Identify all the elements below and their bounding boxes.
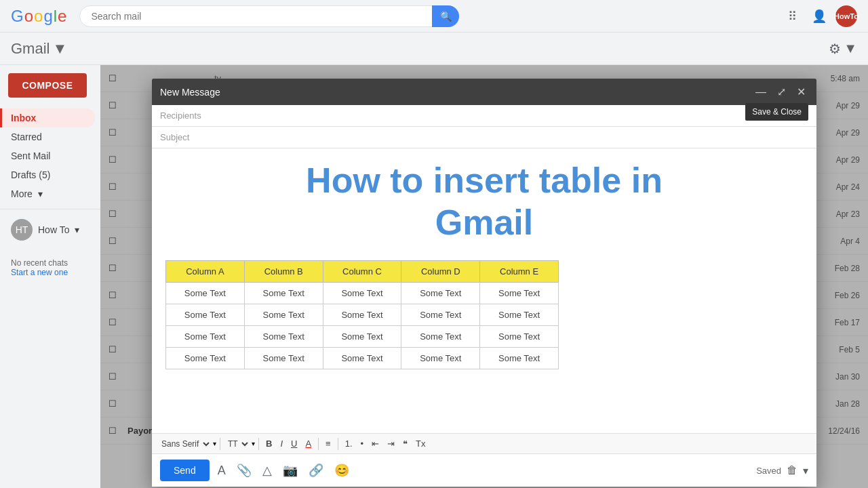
close-modal-button[interactable]: ✕ [794, 84, 808, 100]
photo-icon[interactable]: 📷 [280, 460, 300, 481]
restore-button[interactable]: ⤢ [774, 84, 789, 100]
recipients-field [152, 105, 816, 127]
table-cell: Some Text [166, 325, 245, 347]
table-container: Column A Column B Column C Column D Colu… [165, 260, 803, 369]
table-cell: Some Text [166, 304, 245, 325]
search-input[interactable] [79, 5, 459, 27]
modal-body[interactable]: How to insert table inGmail Column A Col… [152, 148, 816, 433]
recipients-input[interactable] [160, 110, 808, 121]
top-right-actions: ⠿ 👤 HowTo [781, 5, 857, 27]
table-cell: Some Text [480, 304, 559, 325]
gmail-text: Gmail [11, 40, 50, 58]
sidebar-item-more[interactable]: More ▾ [0, 184, 95, 203]
search-icon: 🔍 [440, 11, 452, 22]
table-cell: Some Text [244, 282, 323, 304]
emoji-icon[interactable]: 😊 [332, 460, 352, 481]
sent-label: Sent Mail [11, 150, 50, 161]
settings-icon[interactable]: ⚙ ▼ [829, 41, 857, 57]
toolbar-divider [318, 438, 319, 450]
logo-e: e [58, 7, 66, 26]
modal-overlay: New Message — ⤢ ✕ Save & Close [100, 65, 868, 488]
ordered-list-button[interactable]: 1. [342, 436, 356, 451]
attach-icon[interactable]: 📎 [234, 460, 254, 481]
gmail-title[interactable]: Gmail ▼ [11, 40, 67, 58]
sidebar-item-sent[interactable]: Sent Mail [0, 146, 95, 165]
table-row: Some Text Some Text Some Text Some Text … [166, 347, 559, 369]
google-logo: Google [11, 7, 66, 26]
save-close-tooltip: Save & Close [745, 103, 808, 121]
trash-icon[interactable]: 🗑 [787, 464, 797, 476]
no-chats-section: No recent chats Start a new one [0, 250, 100, 285]
table-cell: Some Text [244, 347, 323, 369]
table-cell: Some Text [401, 304, 480, 325]
indent-more-button[interactable]: ⇥ [384, 436, 398, 451]
table-row: Some Text Some Text Some Text Some Text … [166, 304, 559, 325]
bold-button[interactable]: B [262, 436, 275, 451]
sidebar-item-starred[interactable]: Starred [0, 127, 95, 146]
sidebar-item-inbox[interactable]: Inbox [0, 108, 95, 127]
table-header-c: Column C [323, 260, 401, 282]
font-color-button[interactable]: A [302, 436, 315, 451]
table-cell: Some Text [323, 282, 401, 304]
drive-icon[interactable]: △ [260, 460, 275, 481]
align-button[interactable]: ≡ [322, 436, 334, 451]
link-icon[interactable]: 🔗 [306, 460, 326, 481]
subject-input[interactable] [160, 132, 808, 142]
table-cell: Some Text [480, 282, 559, 304]
table-cell: Some Text [323, 304, 401, 325]
font-family-select[interactable]: Sans Serif [157, 437, 212, 451]
avatar[interactable]: HowTo [835, 5, 857, 27]
compose-button[interactable]: COMPOSE [8, 73, 87, 98]
more-label: More [11, 188, 33, 199]
send-button[interactable]: Send [160, 460, 210, 481]
toolbar-divider [258, 438, 259, 450]
text-format-icon[interactable]: A [215, 461, 229, 481]
headline-text: How to insert table inGmail [163, 159, 806, 244]
blockquote-button[interactable]: ❝ [399, 436, 411, 451]
sidebar-account[interactable]: HT How To ▾ [0, 215, 95, 245]
starred-label: Starred [11, 131, 42, 142]
font-color-icon: A [305, 439, 311, 449]
table-cell: Some Text [401, 325, 480, 347]
no-chats-text: No recent chats [11, 258, 90, 268]
account-icon[interactable]: 👤 [808, 5, 830, 27]
table-cell: Some Text [401, 347, 480, 369]
table-header-e: Column E [480, 260, 559, 282]
table-row: Some Text Some Text Some Text Some Text … [166, 325, 559, 347]
compose-modal: New Message — ⤢ ✕ Save & Close [152, 79, 816, 487]
logo-g2: g [43, 7, 52, 26]
table-row: Some Text Some Text Some Text Some Text … [166, 282, 559, 304]
modal-title: New Message [160, 87, 220, 98]
search-button[interactable]: 🔍 [432, 5, 459, 27]
start-chat-link[interactable]: Start a new one [11, 268, 68, 277]
sidebar-account-section: HT How To ▾ [0, 209, 100, 250]
send-bar: Send A 📎 △ 📷 🔗 😊 Saved 🗑 ▾ [152, 453, 816, 487]
indent-less-button[interactable]: ⇤ [368, 436, 382, 451]
saved-text: Saved [756, 466, 781, 476]
content-area: ☐ ty 5:48 am ☐ r t Apr 29 ☐ t Apr 29 ☐ S [100, 65, 868, 488]
italic-button[interactable]: I [277, 436, 286, 451]
table-header-row: Column A Column B Column C Column D Colu… [166, 260, 559, 282]
minimize-button[interactable]: — [753, 85, 769, 100]
subject-field [152, 127, 816, 148]
apps-icon[interactable]: ⠿ [781, 5, 803, 27]
account-name: How To [38, 224, 69, 235]
bullet-list-button[interactable]: • [357, 436, 368, 451]
modal-header: New Message — ⤢ ✕ Save & Close [152, 79, 816, 105]
account-avatar: HT [11, 219, 33, 241]
table-header-b: Column B [244, 260, 323, 282]
top-bar: Google 🔍 ⠿ 👤 HowTo [0, 0, 868, 33]
remove-format-button[interactable]: Tx [412, 436, 429, 451]
sidebar: COMPOSE Inbox Starred Sent Mail Drafts (… [0, 65, 100, 488]
more-options-icon[interactable]: ▾ [803, 464, 808, 477]
table-cell: Some Text [166, 347, 245, 369]
logo-g: G [11, 7, 23, 26]
table-cell: Some Text [166, 282, 245, 304]
main-layout: COMPOSE Inbox Starred Sent Mail Drafts (… [0, 65, 868, 488]
sidebar-item-drafts[interactable]: Drafts (5) [0, 165, 95, 184]
font-size-select[interactable]: TT [224, 437, 250, 451]
inbox-label: Inbox [11, 113, 36, 123]
gmail-header: Gmail ▼ ⚙ ▼ [0, 33, 868, 65]
underline-button[interactable]: U [288, 436, 300, 451]
table-cell: Some Text [480, 325, 559, 347]
